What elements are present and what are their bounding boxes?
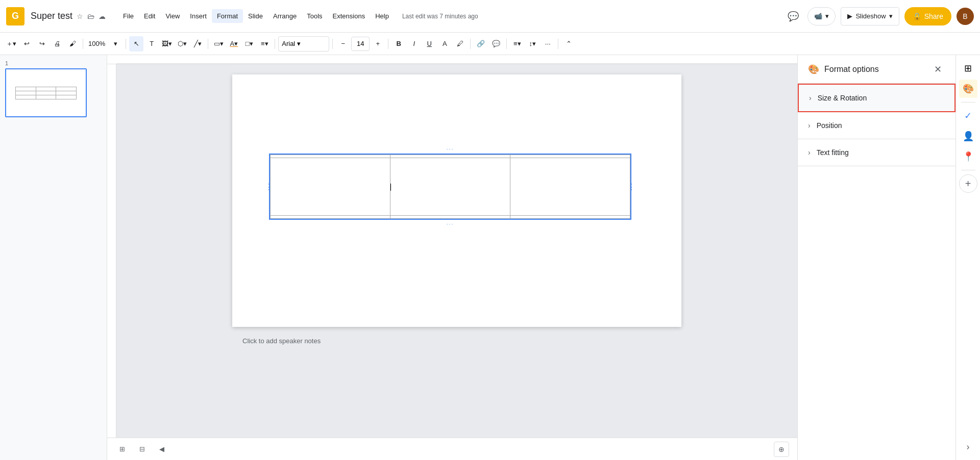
menu-slide[interactable]: Slide <box>243 9 268 23</box>
image-button[interactable]: 🖼▾ <box>160 36 174 52</box>
font-size-input[interactable] <box>351 37 370 51</box>
sidebar-add-button[interactable]: + <box>959 174 977 193</box>
sidebar-bottom: › <box>959 438 977 456</box>
slide-canvas[interactable]: ··· ··· ⋮ ⋮ <box>232 74 681 327</box>
bold-button[interactable]: B <box>391 36 406 52</box>
table-cell-r2c3[interactable] <box>510 158 630 215</box>
text-color-button[interactable]: A <box>437 36 452 52</box>
sidebar-slides-icon[interactable]: ⊞ <box>959 59 977 78</box>
table-cell-r3c1[interactable] <box>271 216 390 219</box>
table-cell-r3c2[interactable] <box>390 216 510 219</box>
shape-button[interactable]: ⬡▾ <box>175 36 189 52</box>
more-options-button[interactable]: ··· <box>541 36 555 52</box>
canvas-area: ··· ··· ⋮ ⋮ <box>107 55 797 460</box>
font-size-increase[interactable]: + <box>371 36 385 52</box>
italic-button[interactable]: I <box>407 36 421 52</box>
menu-extensions[interactable]: Extensions <box>328 9 371 23</box>
cloud-icon[interactable]: ☁ <box>99 12 106 20</box>
slide-table-wrapper[interactable]: ··· ··· ⋮ ⋮ <box>269 154 631 220</box>
table-row <box>271 216 630 219</box>
zoom-button[interactable]: 100% <box>86 36 107 52</box>
text-box-button[interactable]: T <box>144 36 159 52</box>
speaker-notes[interactable]: Click to add speaker notes <box>232 331 681 351</box>
table-handle-right[interactable]: ⋮ <box>627 182 635 192</box>
collapse-toolbar-btn[interactable]: ⌃ <box>561 36 576 52</box>
slide-table[interactable] <box>270 155 630 219</box>
comment-toolbar-button[interactable]: 💬 <box>489 36 503 52</box>
menu-format[interactable]: Format <box>212 9 243 23</box>
undo-button[interactable]: ↩ <box>19 36 34 52</box>
menu-edit[interactable]: Edit <box>139 9 160 23</box>
grid-view-button[interactable]: ⊞ <box>115 442 129 457</box>
print-button[interactable]: 🖨 <box>50 36 64 52</box>
meet-dropdown-icon: ▾ <box>825 12 829 20</box>
menu-tools[interactable]: Tools <box>302 9 327 23</box>
fit-to-screen-button[interactable]: ⊕ <box>774 442 789 457</box>
meet-button[interactable]: 📹 ▾ <box>807 7 836 25</box>
border-button[interactable]: □▾ <box>242 36 256 52</box>
line-spacing-button[interactable]: ↕▾ <box>525 36 540 52</box>
last-edit-text: Last edit was 7 minutes ago <box>402 13 478 20</box>
doc-title[interactable]: Super test <box>31 11 72 21</box>
right-sidebar: ⊞ 🎨 ✓ 👤 📍 + › <box>955 55 980 460</box>
table-cell-r2c1[interactable] <box>271 158 390 215</box>
sidebar-format-icon[interactable]: 🎨 <box>959 80 977 98</box>
menu-arrange[interactable]: Arrange <box>268 9 302 23</box>
sidebar-map-icon[interactable]: 📍 <box>959 147 977 166</box>
menu-insert[interactable]: Insert <box>185 9 212 23</box>
menu-file[interactable]: File <box>118 9 139 23</box>
align-button[interactable]: ≡▾ <box>510 36 524 52</box>
format-panel-title-icon: 🎨 <box>808 64 819 75</box>
menu-bar: File Edit View Insert Format Slide Arran… <box>118 9 394 23</box>
topbar-right: 💬 📹 ▾ ▶ Slideshow ▾ 🔒 Share B <box>784 7 974 25</box>
size-rotation-row[interactable]: › Size & Rotation <box>799 85 954 111</box>
fill-color-button[interactable]: A▾ <box>227 36 241 52</box>
bg-color-button[interactable]: ▭▾ <box>211 36 226 52</box>
redo-button[interactable]: ↪ <box>35 36 49 52</box>
collapse-panel-button[interactable]: ◀ <box>155 442 168 457</box>
format-panel-close-button[interactable]: ✕ <box>930 62 945 77</box>
border-weight-button[interactable]: ≡▾ <box>257 36 272 52</box>
user-avatar[interactable]: B <box>957 8 974 25</box>
slide-number: 1 <box>5 60 102 66</box>
link-button[interactable]: 🔗 <box>474 36 488 52</box>
star-icon[interactable]: ☆ <box>77 12 83 20</box>
speaker-notes-placeholder: Click to add speaker notes <box>242 337 321 345</box>
sidebar-collapse-button[interactable]: › <box>959 438 977 456</box>
table-handle-dots-top: ··· <box>447 146 454 152</box>
sidebar-check-icon[interactable]: ✓ <box>959 107 977 125</box>
table-handle-left[interactable]: ⋮ <box>265 182 273 192</box>
cursor-button[interactable]: ↖ <box>129 36 143 52</box>
toolbar-divider-9 <box>558 39 558 49</box>
list-view-button[interactable]: ⊟ <box>135 442 149 457</box>
toolbar-divider-6 <box>388 39 388 49</box>
position-row[interactable]: › Position <box>798 112 955 139</box>
text-fitting-label: Text fitting <box>817 148 849 157</box>
line-button[interactable]: ╱▾ <box>190 36 205 52</box>
menu-view[interactable]: View <box>160 9 185 23</box>
underline-button[interactable]: U <box>422 36 436 52</box>
ruler-horizontal <box>107 55 797 64</box>
menu-help[interactable]: Help <box>370 9 394 23</box>
share-button[interactable]: 🔒 Share <box>904 7 951 25</box>
main-area: 1 <box>0 55 980 460</box>
font-family-select[interactable]: Arial ▾ <box>278 36 329 52</box>
comment-button[interactable]: 💬 <box>784 7 802 25</box>
table-cell-r3c3[interactable] <box>510 216 630 219</box>
slideshow-button[interactable]: ▶ Slideshow ▾ <box>841 7 899 25</box>
font-dropdown-icon: ▾ <box>297 40 301 47</box>
font-size-decrease[interactable]: − <box>336 36 350 52</box>
font-name-label: Arial <box>282 40 295 47</box>
slide-thumbnail[interactable] <box>5 68 87 117</box>
paint-format-button[interactable]: 🖌 <box>65 36 80 52</box>
add-button[interactable]: ＋▾ <box>4 36 18 52</box>
folder-icon[interactable]: 🗁 <box>87 12 94 20</box>
zoom-dropdown[interactable]: ▾ <box>108 36 122 52</box>
highlight-button[interactable]: 🖊 <box>453 36 467 52</box>
size-rotation-label: Size & Rotation <box>818 94 867 102</box>
bottom-bar: ⊞ ⊟ ◀ ⊕ <box>107 438 797 460</box>
sidebar-person-icon[interactable]: 👤 <box>959 127 977 145</box>
table-cell-r2c2-active[interactable] <box>390 158 510 215</box>
app-icon[interactable]: G <box>6 7 24 25</box>
text-fitting-row[interactable]: › Text fitting <box>798 139 955 166</box>
